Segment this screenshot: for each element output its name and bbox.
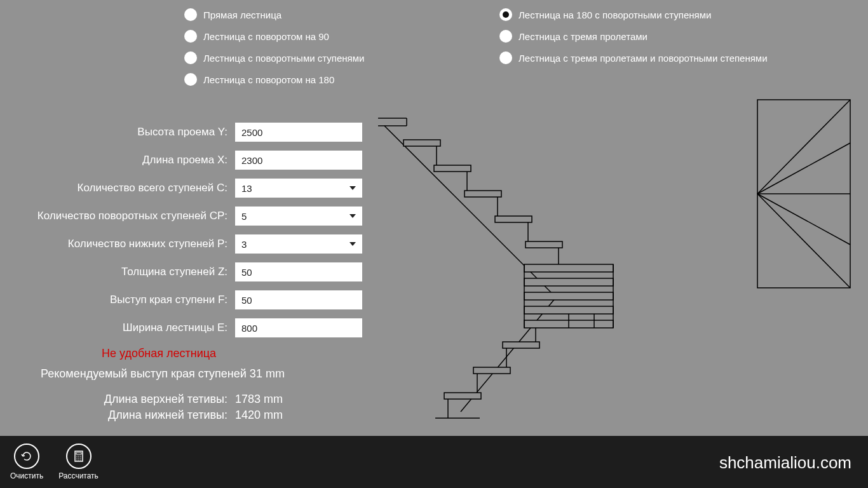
label-turn-cp: Количество поворотных ступеней CP: [0, 210, 235, 222]
radio-icon [184, 30, 197, 43]
stair-side-diagram [378, 107, 626, 431]
result-upper-label: Длина верхней тетивы: [0, 393, 235, 406]
svg-point-46 [76, 459, 78, 461]
svg-point-47 [78, 459, 79, 461]
radio-icon [184, 8, 197, 21]
svg-rect-9 [526, 241, 562, 248]
svg-point-43 [76, 458, 78, 459]
undo-icon [14, 444, 39, 469]
radio-icon [184, 73, 197, 86]
radio-three-flights-winder[interactable]: Лестница с тремя пролетами и поворотными… [499, 51, 768, 65]
svg-point-45 [80, 458, 81, 459]
svg-rect-18 [524, 306, 613, 314]
svg-rect-5 [403, 140, 440, 146]
svg-point-48 [80, 459, 81, 461]
svg-rect-25 [473, 367, 510, 374]
label-thick-z: Толщина ступеней Z: [0, 266, 235, 278]
svg-line-37 [757, 194, 850, 288]
calculate-button[interactable]: Рассчитать [58, 444, 98, 480]
svg-rect-7 [465, 191, 501, 197]
radio-icon [184, 51, 197, 64]
select-steps-c[interactable]: 13 [235, 179, 362, 198]
radio-icon [499, 8, 512, 21]
radio-label: Лестница с тремя пролетами [519, 31, 648, 42]
stair-plan-diagram [756, 98, 851, 289]
select-lower-p[interactable]: 3 [235, 234, 362, 254]
radio-three-flights[interactable]: Лестница с тремя пролетами [499, 29, 768, 43]
clear-button[interactable]: Очистить [10, 444, 43, 480]
calc-label: Рассчитать [58, 471, 98, 480]
results-block: Длина верхней тетивы: 1783 mm Длина нижн… [0, 393, 283, 424]
result-lower-value: 1420 mm [235, 409, 283, 422]
label-height-y: Высота проема Y: [0, 126, 235, 139]
select-value: 5 [241, 211, 247, 222]
svg-point-44 [78, 458, 79, 459]
radio-label: Лестница с поворотными ступенями [203, 53, 364, 64]
result-upper-value: 1783 mm [235, 393, 283, 406]
label-nose-f: Выступ края ступени F: [0, 294, 235, 306]
clear-label: Очистить [10, 471, 43, 480]
svg-line-36 [757, 194, 850, 245]
svg-point-40 [76, 456, 78, 457]
radio-label: Лестница на 180 с поворотными ступенями [519, 10, 711, 20]
svg-rect-6 [434, 165, 471, 172]
input-form: Высота проема Y: Длина проема X: Количес… [0, 122, 381, 346]
select-value: 3 [241, 239, 247, 250]
radio-label: Лестница с тремя пролетами и поворотными… [519, 53, 768, 64]
radio-straight-stair[interactable]: Прямая лестница [184, 8, 364, 22]
recommend-text: Рекомендуемый выступ края ступеней 31 mm [41, 367, 285, 381]
svg-rect-16 [524, 278, 613, 286]
svg-line-33 [757, 100, 850, 194]
input-thick-z[interactable] [235, 262, 362, 281]
svg-rect-15 [524, 264, 613, 272]
svg-rect-8 [495, 216, 532, 222]
svg-point-42 [80, 456, 81, 457]
radio-turn-180[interactable]: Лестница с поворотом на 180 [184, 72, 364, 86]
brand-link[interactable]: shchamialiou.com [719, 453, 851, 473]
radio-winder-steps[interactable]: Лестница с поворотными ступенями [184, 51, 364, 65]
svg-line-34 [757, 143, 850, 194]
svg-rect-17 [524, 292, 613, 300]
select-value: 13 [241, 183, 252, 194]
label-width-e: Ширина лестницы E: [0, 322, 235, 334]
radio-180-winder[interactable]: Лестница на 180 с поворотными ступенями [499, 8, 768, 22]
label-lower-p: Количество нижних ступеней P: [0, 238, 235, 250]
input-width-e[interactable] [235, 318, 362, 337]
radio-turn-90[interactable]: Лестница с поворотом на 90 [184, 29, 364, 43]
svg-rect-39 [76, 452, 81, 454]
radio-icon [499, 30, 512, 43]
svg-rect-26 [444, 393, 481, 399]
radio-column-1: Прямая лестница Лестница с поворотом на … [184, 8, 364, 94]
app-bar: Очистить Рассчитать shchamialiou.com [0, 436, 868, 488]
input-length-x[interactable] [235, 151, 362, 170]
radio-label: Лестница с поворотом на 180 [203, 74, 334, 85]
label-steps-c: Количество всего ступеней C: [0, 182, 235, 194]
label-length-x: Длина проема X: [0, 154, 235, 166]
radio-label: Лестница с поворотом на 90 [203, 31, 329, 42]
radio-icon [499, 51, 512, 64]
svg-rect-24 [503, 342, 539, 348]
result-lower-label: Длина нижней тетивы: [0, 409, 235, 422]
radio-column-2: Лестница на 180 с поворотными ступенями … [499, 8, 768, 72]
warning-text: Не удобная лестница [102, 347, 216, 360]
svg-point-41 [78, 456, 79, 457]
select-turn-cp[interactable]: 5 [235, 207, 362, 226]
calculator-icon [66, 444, 92, 469]
radio-label: Прямая лестница [203, 10, 281, 20]
input-nose-f[interactable] [235, 290, 362, 309]
input-height-y[interactable] [235, 123, 362, 142]
